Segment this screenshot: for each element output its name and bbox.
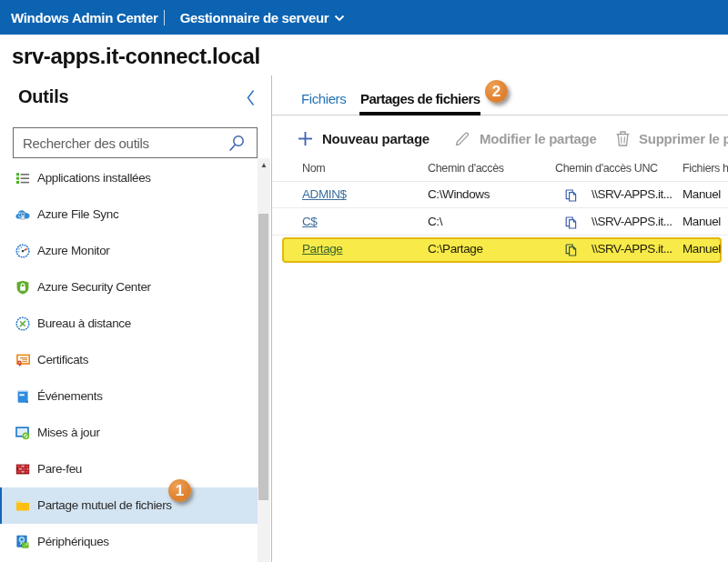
sidebar-item-label: Applications installées bbox=[37, 160, 151, 196]
sidebar-item-remote-desktop[interactable]: Bureau à distance bbox=[0, 306, 258, 342]
share-name-link[interactable]: Partage bbox=[302, 236, 342, 263]
sidebar-item-events[interactable]: Événements bbox=[0, 378, 258, 415]
pencil-icon bbox=[455, 131, 470, 146]
sidebar-item-azure-security-center[interactable]: Azure Security Center bbox=[0, 269, 258, 306]
column-header-nom[interactable]: Nom bbox=[302, 156, 325, 181]
share-path: C:\Partage bbox=[428, 236, 483, 263]
column-header-chemin-unc[interactable]: Chemin d'accès UNC bbox=[555, 156, 658, 181]
tools-search-box bbox=[13, 127, 258, 158]
file-shares-icon bbox=[15, 498, 30, 513]
sidebar-item-updates[interactable]: Mises à jour bbox=[0, 415, 258, 451]
edit-share-label: Modifier le partage bbox=[480, 131, 597, 146]
azure-security-center-icon bbox=[15, 280, 30, 295]
share-path: C:\ bbox=[428, 208, 442, 236]
plus-icon bbox=[298, 131, 313, 146]
sidebar-item-devices[interactable]: Périphériques bbox=[0, 524, 258, 560]
sidebar-scrollbar-up-icon[interactable]: ▲ bbox=[258, 158, 270, 173]
app-brand[interactable]: Windows Admin Center bbox=[11, 10, 158, 25]
top-bar: Windows Admin Center Gestionnaire de ser… bbox=[0, 0, 728, 35]
sidebar-item-label: Partage mutuel de fichiers bbox=[37, 487, 172, 524]
step-badge-1: 1 bbox=[168, 479, 191, 502]
shares-toolbar: Nouveau partage Modifier le partage Supp… bbox=[272, 115, 728, 161]
share-unc-path: \\SRV-APPS.it... bbox=[592, 208, 672, 236]
column-header-chemin[interactable]: Chemin d'accès bbox=[428, 156, 504, 181]
sidebar-scrollbar-thumb[interactable] bbox=[258, 214, 268, 500]
chevron-down-icon bbox=[334, 15, 345, 22]
copy-icon[interactable] bbox=[565, 244, 577, 256]
collapse-sidebar-icon[interactable] bbox=[246, 89, 256, 106]
server-manager-label: Gestionnaire de serveur bbox=[180, 10, 329, 25]
tools-list: Applications installées Azure File Sync bbox=[0, 160, 258, 560]
copy-icon[interactable] bbox=[565, 216, 577, 229]
sidebar-item-label: Pare-feu bbox=[37, 451, 82, 487]
server-manager-menu[interactable]: Gestionnaire de serveur bbox=[180, 10, 346, 25]
sidebar-item-azure-file-sync[interactable]: Azure File Sync bbox=[0, 196, 258, 233]
table-header-row: Nom Chemin d'accès Chemin d'accès UNC Fi… bbox=[272, 156, 728, 179]
sidebar-item-certificates[interactable]: Certificats bbox=[0, 342, 258, 378]
sidebar-item-azure-monitor[interactable]: Azure Monitor bbox=[0, 233, 258, 269]
column-header-fichiers-hors-connexion[interactable]: Fichiers hors connexion bbox=[682, 156, 728, 181]
windows-admin-center-app: Windows Admin Center Gestionnaire de ser… bbox=[0, 0, 728, 562]
trash-icon bbox=[616, 131, 630, 146]
sidebar-item-label: Bureau à distance bbox=[37, 306, 131, 342]
shares-table: Nom Chemin d'accès Chemin d'accès UNC Fi… bbox=[272, 156, 728, 337]
sidebar-item-label: Azure Security Center bbox=[37, 269, 151, 306]
delete-share-button[interactable]: Supprimer le partage bbox=[616, 115, 728, 161]
copy-icon[interactable] bbox=[565, 189, 577, 202]
tools-search-input[interactable] bbox=[23, 128, 232, 157]
share-unc-path: \\SRV-APPS.it... bbox=[592, 236, 672, 263]
installed-apps-icon bbox=[15, 171, 30, 186]
table-row-admin[interactable]: ADMIN$ C:\Windows \\SRV-APPS.it... Manue… bbox=[272, 181, 728, 208]
share-offline-files: Manuel bbox=[682, 181, 721, 208]
share-name-link[interactable]: ADMIN$ bbox=[302, 181, 347, 208]
remote-desktop-icon bbox=[15, 316, 30, 331]
share-offline-files: Manuel bbox=[682, 236, 721, 263]
new-share-label: Nouveau partage bbox=[322, 131, 430, 146]
sidebar-item-label: Azure Monitor bbox=[37, 233, 109, 269]
sidebar-item-label: Certificats bbox=[37, 342, 88, 378]
sidebar-item-label: Azure File Sync bbox=[37, 196, 118, 233]
page-title: srv-apps.it-connect.local bbox=[12, 44, 260, 69]
sidebar-item-label: Périphériques bbox=[37, 524, 109, 560]
share-path: C:\Windows bbox=[428, 181, 490, 208]
share-offline-files: Manuel bbox=[682, 208, 721, 236]
edit-share-button[interactable]: Modifier le partage bbox=[455, 115, 597, 161]
delete-share-label: Supprimer le partage bbox=[639, 131, 728, 146]
azure-file-sync-icon bbox=[15, 207, 30, 222]
azure-monitor-icon bbox=[15, 244, 30, 258]
certificates-icon bbox=[15, 353, 30, 367]
tab-fichiers[interactable]: Fichiers bbox=[301, 87, 346, 115]
share-unc-path: \\SRV-APPS.it... bbox=[592, 181, 672, 208]
share-name-link[interactable]: C$ bbox=[302, 208, 317, 236]
sidebar-item-firewall[interactable]: Pare-feu bbox=[0, 451, 258, 487]
firewall-icon bbox=[15, 462, 30, 477]
sidebar-item-label: Événements bbox=[37, 378, 103, 415]
sidebar-item-label: Mises à jour bbox=[37, 415, 100, 451]
search-icon[interactable] bbox=[228, 135, 245, 153]
sidebar-item-installed-apps[interactable]: Applications installées bbox=[0, 160, 258, 196]
topbar-separator bbox=[164, 10, 165, 25]
sidebar-item-file-shares[interactable]: Partage mutuel de fichiers bbox=[0, 487, 258, 524]
events-icon bbox=[15, 389, 30, 404]
tools-heading: Outils bbox=[18, 86, 68, 107]
updates-icon bbox=[15, 426, 30, 440]
table-row-partage[interactable]: Partage C:\Partage \\SRV-APPS.it... Manu… bbox=[272, 236, 728, 263]
devices-icon bbox=[15, 535, 30, 549]
table-row-c[interactable]: C$ C:\ \\SRV-APPS.it... Manuel bbox=[272, 208, 728, 236]
step-badge-2: 2 bbox=[485, 80, 508, 103]
new-share-button[interactable]: Nouveau partage bbox=[298, 115, 430, 161]
